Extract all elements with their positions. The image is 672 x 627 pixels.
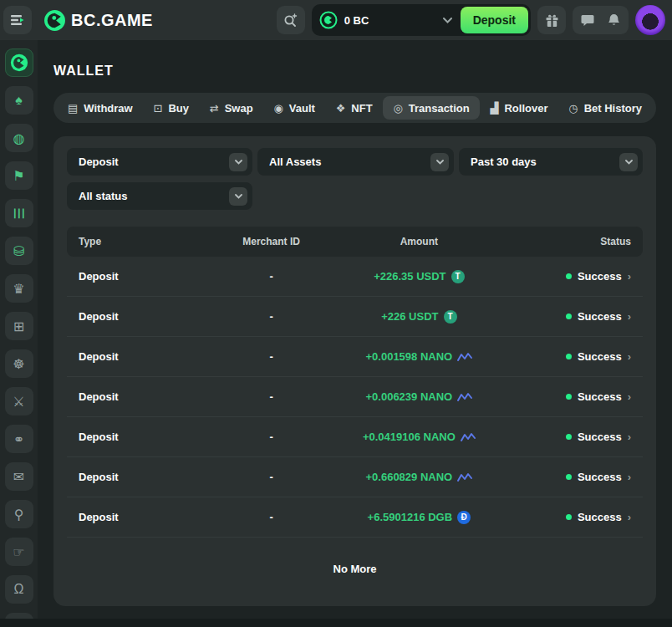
column-status: Status [502,236,631,247]
period-filter-dropdown[interactable]: Past 30 days [459,148,643,176]
status-filter-dropdown[interactable]: All status [67,182,252,210]
search-button[interactable] [277,6,305,34]
status-label: Success [578,390,622,403]
table-row[interactable]: Deposit-+6.5901216 DGBÐSuccess› [67,497,643,538]
success-dot-icon [566,354,572,359]
column-amount: Amount [335,236,502,247]
tab-vault[interactable]: ◉Vault [263,96,324,120]
brand-logo[interactable]: BC.GAME [43,9,153,32]
tx-merchant-id: - [207,431,336,443]
sidebar-item-vip[interactable]: ♛ [5,274,33,303]
status-filter-value: All status [79,190,128,202]
tx-merchant-id: - [207,511,336,523]
swap-icon: ⇄ [210,102,219,115]
bell-icon [608,13,620,27]
tab-transaction[interactable]: ◎Transaction [383,96,479,120]
spin-wheel-icon: ☸ [13,356,24,372]
sidebar-item-lottery[interactable]: ⛁ [5,237,33,265]
tab-label: Buy [168,102,189,115]
battle-icon: ⚔ [13,394,24,410]
tab-bet-history[interactable]: ◷Bet History [558,96,652,120]
sidebar-item-affiliate[interactable]: ⚭ [5,425,33,453]
chevron-down-icon [619,153,638,171]
tx-type: Deposit [79,310,207,323]
sidebar-item-lookup[interactable]: ⚲ [5,500,33,528]
menu-button[interactable] [3,6,32,34]
tab-rollover[interactable]: ▟Rollover [480,96,557,120]
tab-nft[interactable]: ❖NFT [326,96,383,120]
type-filter-dropdown[interactable]: Deposit [67,148,252,176]
brand-name: BC.GAME [71,11,153,30]
tx-type: Deposit [79,431,207,443]
tx-status: Success› [502,390,631,403]
chevron-right-icon: › [628,270,631,283]
sidebar-item-bonus[interactable]: ⊞ [5,312,33,340]
tx-merchant-id: - [207,310,336,323]
sidebar-item-casino[interactable]: ♠ [5,86,33,115]
sidebar-item-forum[interactable]: ✉ [5,462,33,491]
tx-amount: +226.35 USDTT [335,270,502,283]
nano-coin-icon [461,432,476,442]
table-row[interactable]: Deposit-+0.001598 NANOSuccess› [67,337,643,377]
notifications-button[interactable] [608,13,620,27]
status-label: Success [578,511,622,523]
bc-coin-icon [319,11,338,29]
usdt-coin-icon: T [451,270,465,283]
amount-text: +6.5901216 DGB [368,511,453,523]
casino-cards-icon: ♠ [15,93,23,108]
chat-notification-group [573,6,629,34]
user-avatar[interactable] [635,5,665,35]
table-row[interactable]: Deposit-+226 USDTTSuccess› [67,297,643,337]
bc-logo-icon [43,9,66,32]
bottom-strip [0,619,672,627]
affiliate-network-icon: ⚭ [13,431,24,447]
tx-status: Success› [502,471,631,483]
tab-label: NFT [351,102,372,115]
tx-status: Success› [502,350,631,363]
chat-button[interactable] [581,13,594,27]
filters: Deposit All Assets Past 30 days All stat… [67,148,643,210]
search-icon [283,13,298,28]
tx-type: Deposit [79,471,207,483]
tab-swap[interactable]: ⇄Swap [200,96,263,120]
success-dot-icon [566,314,572,319]
table-row[interactable]: Deposit-+226.35 USDTTSuccess› [67,257,643,297]
top-header: BC.GAME 0 BC Deposit [0,0,672,40]
bet-history-icon: ◷ [568,102,578,115]
chevron-right-icon: › [628,350,631,363]
tx-merchant-id: - [207,390,336,403]
vault-icon: ◉ [273,102,283,115]
sidebar-item-battle[interactable]: ⚔ [5,387,33,415]
tx-status: Success› [502,511,631,523]
tab-label: Rollover [504,102,547,115]
chevron-down-icon [229,153,247,171]
sidebar-item-spin[interactable]: ☸ [5,349,33,378]
bc-logo-icon [9,53,29,73]
table-row[interactable]: Deposit-+0.660829 NANOSuccess› [67,457,643,497]
gift-button[interactable] [537,6,566,34]
sidebar-item-sports[interactable]: ◍ [5,124,33,152]
amount-text: +0.660829 NANO [366,471,453,483]
tx-status: Success› [502,270,631,283]
sidebar-item-support[interactable]: Ω [5,575,33,604]
success-dot-icon [566,273,572,279]
tx-amount: +0.001598 NANO [335,350,502,363]
table-row[interactable]: Deposit-+0.006239 NANOSuccess› [67,377,643,417]
support-headset-icon: Ω [14,582,24,597]
sidebar-item-home[interactable] [5,48,33,77]
wallet-tabbar: ▤Withdraw⊡Buy⇄Swap◉Vault❖NFT◎Transaction… [53,93,656,123]
sidebar-item-trading[interactable]: ☰ [5,199,33,227]
balance-selector[interactable]: 0 BC Deposit [312,4,531,36]
sidebar-item-racing[interactable]: ⚑ [5,161,33,190]
assets-filter-dropdown[interactable]: All Assets [257,148,454,176]
table-row[interactable]: Deposit-+0.0419106 NANOSuccess› [67,417,643,457]
table-body: Deposit-+226.35 USDTTSuccess›Deposit-+22… [67,257,643,538]
tab-label: Swap [225,102,253,115]
sidebar-item-rewards[interactable]: ☞ [5,538,33,566]
transaction-icon: ◎ [393,102,402,115]
tx-amount: +0.006239 NANO [335,390,502,403]
tab-withdraw[interactable]: ▤Withdraw [58,96,143,120]
deposit-button[interactable]: Deposit [461,7,528,33]
tab-buy[interactable]: ⊡Buy [143,96,198,120]
column-type: Type [79,236,207,247]
